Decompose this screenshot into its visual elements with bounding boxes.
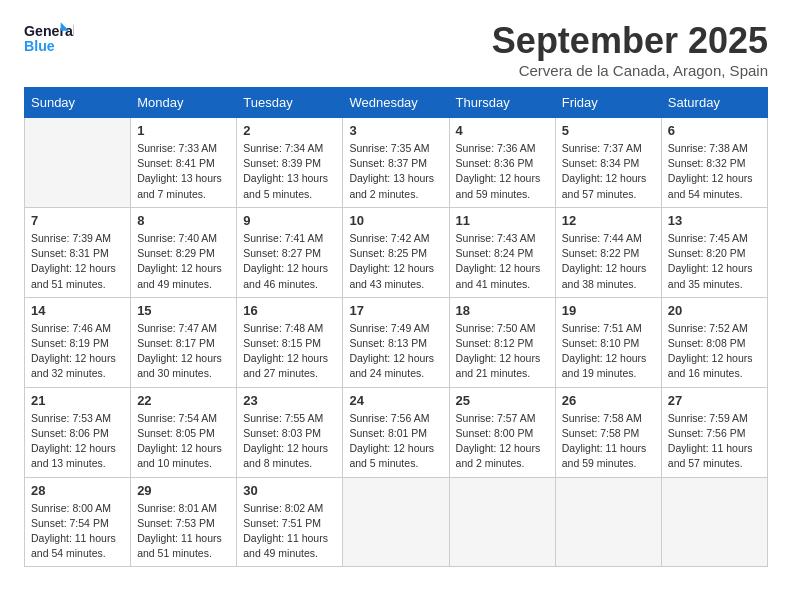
day-number: 7 — [31, 213, 124, 228]
day-number: 29 — [137, 483, 230, 498]
page-header: GeneralBlue September 2025 Cervera de la… — [24, 20, 768, 79]
calendar-week-1: 1Sunrise: 7:33 AM Sunset: 8:41 PM Daylig… — [25, 118, 768, 208]
day-number: 19 — [562, 303, 655, 318]
day-info: Sunrise: 7:48 AM Sunset: 8:15 PM Dayligh… — [243, 321, 336, 382]
day-info: Sunrise: 7:54 AM Sunset: 8:05 PM Dayligh… — [137, 411, 230, 472]
day-info: Sunrise: 7:59 AM Sunset: 7:56 PM Dayligh… — [668, 411, 761, 472]
day-info: Sunrise: 7:34 AM Sunset: 8:39 PM Dayligh… — [243, 141, 336, 202]
calendar-cell: 30Sunrise: 8:02 AM Sunset: 7:51 PM Dayli… — [237, 477, 343, 567]
day-number: 11 — [456, 213, 549, 228]
day-number: 13 — [668, 213, 761, 228]
day-info: Sunrise: 7:47 AM Sunset: 8:17 PM Dayligh… — [137, 321, 230, 382]
day-number: 20 — [668, 303, 761, 318]
day-info: Sunrise: 7:58 AM Sunset: 7:58 PM Dayligh… — [562, 411, 655, 472]
calendar-cell: 28Sunrise: 8:00 AM Sunset: 7:54 PM Dayli… — [25, 477, 131, 567]
calendar-cell: 16Sunrise: 7:48 AM Sunset: 8:15 PM Dayli… — [237, 297, 343, 387]
calendar-title: September 2025 — [492, 20, 768, 62]
day-info: Sunrise: 7:57 AM Sunset: 8:00 PM Dayligh… — [456, 411, 549, 472]
day-number: 21 — [31, 393, 124, 408]
calendar-cell: 17Sunrise: 7:49 AM Sunset: 8:13 PM Dayli… — [343, 297, 449, 387]
calendar-cell — [449, 477, 555, 567]
day-info: Sunrise: 7:37 AM Sunset: 8:34 PM Dayligh… — [562, 141, 655, 202]
calendar-cell: 6Sunrise: 7:38 AM Sunset: 8:32 PM Daylig… — [661, 118, 767, 208]
header-wednesday: Wednesday — [343, 88, 449, 118]
day-number: 3 — [349, 123, 442, 138]
title-block: September 2025 Cervera de la Canada, Ara… — [492, 20, 768, 79]
calendar-cell: 2Sunrise: 7:34 AM Sunset: 8:39 PM Daylig… — [237, 118, 343, 208]
day-info: Sunrise: 7:35 AM Sunset: 8:37 PM Dayligh… — [349, 141, 442, 202]
day-number: 28 — [31, 483, 124, 498]
calendar-cell: 29Sunrise: 8:01 AM Sunset: 7:53 PM Dayli… — [131, 477, 237, 567]
day-number: 30 — [243, 483, 336, 498]
svg-text:General: General — [24, 23, 74, 39]
calendar-cell: 4Sunrise: 7:36 AM Sunset: 8:36 PM Daylig… — [449, 118, 555, 208]
day-info: Sunrise: 7:43 AM Sunset: 8:24 PM Dayligh… — [456, 231, 549, 292]
day-number: 23 — [243, 393, 336, 408]
calendar-cell: 19Sunrise: 7:51 AM Sunset: 8:10 PM Dayli… — [555, 297, 661, 387]
calendar-cell — [661, 477, 767, 567]
day-number: 22 — [137, 393, 230, 408]
day-number: 9 — [243, 213, 336, 228]
day-info: Sunrise: 7:44 AM Sunset: 8:22 PM Dayligh… — [562, 231, 655, 292]
calendar-cell: 24Sunrise: 7:56 AM Sunset: 8:01 PM Dayli… — [343, 387, 449, 477]
day-info: Sunrise: 7:56 AM Sunset: 8:01 PM Dayligh… — [349, 411, 442, 472]
calendar-cell: 1Sunrise: 7:33 AM Sunset: 8:41 PM Daylig… — [131, 118, 237, 208]
logo-icon: GeneralBlue — [24, 20, 74, 58]
day-number: 8 — [137, 213, 230, 228]
calendar-cell: 14Sunrise: 7:46 AM Sunset: 8:19 PM Dayli… — [25, 297, 131, 387]
calendar-week-5: 28Sunrise: 8:00 AM Sunset: 7:54 PM Dayli… — [25, 477, 768, 567]
calendar-cell: 21Sunrise: 7:53 AM Sunset: 8:06 PM Dayli… — [25, 387, 131, 477]
header-saturday: Saturday — [661, 88, 767, 118]
header-thursday: Thursday — [449, 88, 555, 118]
day-info: Sunrise: 7:36 AM Sunset: 8:36 PM Dayligh… — [456, 141, 549, 202]
day-number: 2 — [243, 123, 336, 138]
calendar-cell: 27Sunrise: 7:59 AM Sunset: 7:56 PM Dayli… — [661, 387, 767, 477]
calendar-cell: 13Sunrise: 7:45 AM Sunset: 8:20 PM Dayli… — [661, 207, 767, 297]
day-info: Sunrise: 7:49 AM Sunset: 8:13 PM Dayligh… — [349, 321, 442, 382]
day-number: 26 — [562, 393, 655, 408]
calendar-cell: 25Sunrise: 7:57 AM Sunset: 8:00 PM Dayli… — [449, 387, 555, 477]
day-number: 6 — [668, 123, 761, 138]
day-info: Sunrise: 8:00 AM Sunset: 7:54 PM Dayligh… — [31, 501, 124, 562]
day-info: Sunrise: 7:55 AM Sunset: 8:03 PM Dayligh… — [243, 411, 336, 472]
day-number: 25 — [456, 393, 549, 408]
svg-text:Blue: Blue — [24, 38, 55, 54]
calendar-table: Sunday Monday Tuesday Wednesday Thursday… — [24, 87, 768, 567]
calendar-cell: 12Sunrise: 7:44 AM Sunset: 8:22 PM Dayli… — [555, 207, 661, 297]
day-number: 17 — [349, 303, 442, 318]
calendar-subtitle: Cervera de la Canada, Aragon, Spain — [492, 62, 768, 79]
day-info: Sunrise: 7:52 AM Sunset: 8:08 PM Dayligh… — [668, 321, 761, 382]
header-sunday: Sunday — [25, 88, 131, 118]
day-info: Sunrise: 7:40 AM Sunset: 8:29 PM Dayligh… — [137, 231, 230, 292]
day-info: Sunrise: 7:42 AM Sunset: 8:25 PM Dayligh… — [349, 231, 442, 292]
day-info: Sunrise: 7:53 AM Sunset: 8:06 PM Dayligh… — [31, 411, 124, 472]
calendar-cell: 26Sunrise: 7:58 AM Sunset: 7:58 PM Dayli… — [555, 387, 661, 477]
day-number: 24 — [349, 393, 442, 408]
day-number: 4 — [456, 123, 549, 138]
day-info: Sunrise: 7:38 AM Sunset: 8:32 PM Dayligh… — [668, 141, 761, 202]
header-friday: Friday — [555, 88, 661, 118]
day-info: Sunrise: 7:51 AM Sunset: 8:10 PM Dayligh… — [562, 321, 655, 382]
day-info: Sunrise: 7:41 AM Sunset: 8:27 PM Dayligh… — [243, 231, 336, 292]
header-row: Sunday Monday Tuesday Wednesday Thursday… — [25, 88, 768, 118]
calendar-cell: 23Sunrise: 7:55 AM Sunset: 8:03 PM Dayli… — [237, 387, 343, 477]
calendar-cell — [555, 477, 661, 567]
day-info: Sunrise: 7:45 AM Sunset: 8:20 PM Dayligh… — [668, 231, 761, 292]
day-number: 14 — [31, 303, 124, 318]
day-info: Sunrise: 7:33 AM Sunset: 8:41 PM Dayligh… — [137, 141, 230, 202]
day-info: Sunrise: 7:50 AM Sunset: 8:12 PM Dayligh… — [456, 321, 549, 382]
calendar-cell: 9Sunrise: 7:41 AM Sunset: 8:27 PM Daylig… — [237, 207, 343, 297]
header-monday: Monday — [131, 88, 237, 118]
logo: GeneralBlue — [24, 20, 74, 58]
day-number: 15 — [137, 303, 230, 318]
calendar-cell: 10Sunrise: 7:42 AM Sunset: 8:25 PM Dayli… — [343, 207, 449, 297]
calendar-week-3: 14Sunrise: 7:46 AM Sunset: 8:19 PM Dayli… — [25, 297, 768, 387]
day-info: Sunrise: 7:39 AM Sunset: 8:31 PM Dayligh… — [31, 231, 124, 292]
day-number: 18 — [456, 303, 549, 318]
calendar-cell — [25, 118, 131, 208]
calendar-week-4: 21Sunrise: 7:53 AM Sunset: 8:06 PM Dayli… — [25, 387, 768, 477]
calendar-cell: 20Sunrise: 7:52 AM Sunset: 8:08 PM Dayli… — [661, 297, 767, 387]
calendar-cell: 8Sunrise: 7:40 AM Sunset: 8:29 PM Daylig… — [131, 207, 237, 297]
day-info: Sunrise: 8:02 AM Sunset: 7:51 PM Dayligh… — [243, 501, 336, 562]
day-number: 1 — [137, 123, 230, 138]
